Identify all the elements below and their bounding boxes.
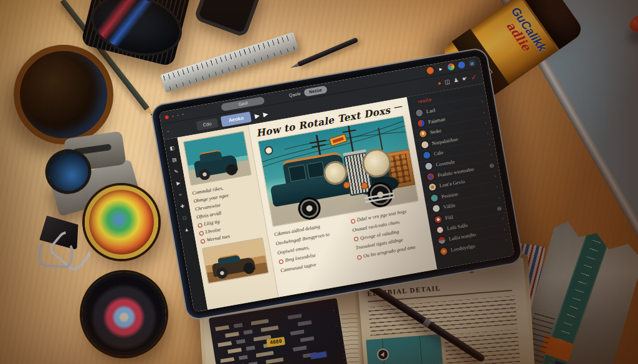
binder-clip xyxy=(30,212,97,281)
coffee-cup xyxy=(14,45,113,144)
app-tab-icon[interactable]: ▶ xyxy=(437,65,445,73)
app-tab-icon[interactable] xyxy=(426,67,434,75)
tool-icon[interactable]: ✎ xyxy=(174,169,179,175)
minimize-dash[interactable]: — xyxy=(393,101,402,111)
edit-tool-icon[interactable]: ♟ xyxy=(453,77,459,83)
ring-bullet-icon xyxy=(279,259,283,264)
layer-color-icon xyxy=(434,215,442,223)
ring-bullet-icon xyxy=(201,239,206,244)
ring-bullet-icon xyxy=(351,218,356,223)
binder-clip-wire xyxy=(37,240,74,269)
chevron-right-icon: › xyxy=(494,174,497,179)
layer-color-icon xyxy=(417,119,426,128)
app-tab-icon[interactable]: ◎ xyxy=(468,59,476,67)
minus-badge-icon[interactable]: ⊖ xyxy=(497,205,502,212)
lens-cap xyxy=(194,0,263,38)
chevron-right-icon: › xyxy=(498,195,500,200)
ring-bullet-icon xyxy=(357,255,362,260)
car-window xyxy=(307,161,325,179)
desk-scene: GuCalikk adlie EXP 11/50 4080 xyxy=(0,0,638,364)
layer-color-icon xyxy=(429,184,437,192)
edit-tool-icon[interactable]: ● xyxy=(437,80,442,86)
tool-icon[interactable]: ✚ xyxy=(180,204,185,210)
tool-icon[interactable]: ◧ xyxy=(169,146,175,151)
edit-tool-icons: ●◫♟☛ xyxy=(437,76,468,86)
chevron-right-icon: › xyxy=(490,152,493,157)
mini-car-graphic xyxy=(193,154,237,178)
compass-badge-icon xyxy=(376,348,389,361)
mini-car-graphic xyxy=(211,256,255,277)
chevron-right-icon: › xyxy=(503,227,506,232)
left-panel-list: Commdal rikes, Obmge your ngee Chrvanswi… xyxy=(192,179,262,245)
layer-color-icon xyxy=(432,205,440,213)
minus-badge-icon[interactable]: ⊖ xyxy=(489,163,495,169)
document-canvas: How to Rotale Text Doxs — xyxy=(249,97,437,297)
layer-color-icon xyxy=(419,130,427,138)
tool-icon[interactable]: □ xyxy=(183,216,186,222)
stylus-pen xyxy=(297,37,358,67)
car-thumbnail-bottom[interactable] xyxy=(202,237,269,283)
edit-tool-icon[interactable]: ☛ xyxy=(462,76,468,82)
chevron-right-icon: › xyxy=(485,121,487,126)
layer-color-icon xyxy=(423,151,431,159)
layer-color-icon xyxy=(438,236,446,245)
layer-color-icon xyxy=(427,173,435,181)
layer-color-icon xyxy=(416,109,424,117)
text-column-right: Ddal w vrn pge teat bogs Onaual ravlceal… xyxy=(350,205,427,262)
cursor-arrow-icon[interactable]: ▶ xyxy=(254,112,260,119)
chevron-right-icon: › xyxy=(481,99,483,104)
chevron-right-icon: › xyxy=(487,131,489,136)
text-column-left: Cdamus aidlod delaing Onvbehngaft lbengp… xyxy=(274,218,351,276)
ring-bullet-icon xyxy=(354,237,359,242)
cdo-button[interactable]: Cdo xyxy=(196,118,219,131)
car-thumbnail-top[interactable] xyxy=(183,131,252,185)
camera-lens-bottom xyxy=(82,273,166,356)
camera-lens-top xyxy=(80,0,201,67)
ring-bullet-icon xyxy=(198,223,202,228)
qaole-button[interactable]: Qaole xyxy=(288,91,301,98)
tool-icon[interactable]: ▶ xyxy=(176,180,181,186)
tool-icon[interactable]: ▤ xyxy=(171,157,177,163)
layer-color-icon xyxy=(436,226,444,234)
ring-bullet-icon xyxy=(199,231,204,236)
highlight-chip: 4080 xyxy=(266,337,285,347)
layer-color-icon xyxy=(425,162,433,170)
status-icon: ▪ xyxy=(172,114,174,118)
car-window xyxy=(288,164,307,182)
tool-icon[interactable]: ≈ xyxy=(179,192,183,198)
layer-color-icon xyxy=(440,247,448,255)
chevron-right-icon: › xyxy=(483,110,485,114)
nezue-button[interactable]: Nezùe xyxy=(303,85,327,96)
record-indicator-icon xyxy=(164,115,169,119)
status-icon: ▪ xyxy=(167,129,169,133)
edit-tool-icon[interactable]: ◫ xyxy=(444,79,450,85)
status-icon: ▪ xyxy=(182,112,184,116)
app-tab-icon[interactable] xyxy=(457,61,465,69)
cursor-arrow-icon[interactable]: ▶ xyxy=(262,111,268,118)
layer-color-icon xyxy=(431,194,439,202)
lens-glass xyxy=(85,0,188,65)
street-photo xyxy=(366,334,444,364)
chevron-right-icon: › xyxy=(502,217,504,222)
app-tab-icon[interactable] xyxy=(447,63,455,71)
confirm-check-icon[interactable]: ✓ xyxy=(470,73,477,82)
status-icon: ▪ xyxy=(177,113,179,117)
chevron-right-icon: › xyxy=(505,238,508,243)
chevron-right-icon: › xyxy=(488,142,491,147)
chevron-right-icon: › xyxy=(496,184,498,189)
layer-color-icon xyxy=(421,141,429,149)
tool-icon[interactable]: ▲ xyxy=(184,227,189,233)
